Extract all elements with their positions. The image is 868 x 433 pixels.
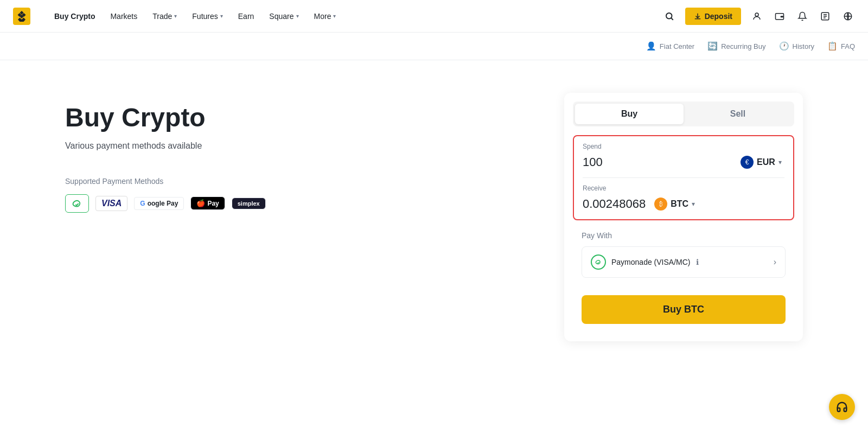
receive-currency-chevron-icon: ▾ (692, 200, 695, 208)
nav-more[interactable]: More ▾ (308, 8, 343, 25)
pay-with-section: Pay With Paymonade (VISA/MC) ℹ (573, 220, 794, 295)
trade-card: Buy Sell Spend € EUR ▾ (564, 93, 803, 341)
spend-label: Spend (583, 143, 784, 150)
wallet-icon (775, 11, 784, 21)
download-icon (694, 12, 701, 20)
paymonade-small-icon (595, 258, 602, 266)
nav-futures[interactable]: Futures ▾ (186, 8, 229, 25)
tab-header: Buy Sell (573, 101, 794, 126)
nav-menu: Buy Crypto Markets Trade ▾ Futures ▾ Ear… (48, 8, 662, 25)
sub-nav-history[interactable]: 🕐 History (779, 39, 814, 53)
svg-line-2 (671, 18, 673, 20)
pay-method-left: Paymonade (VISA/MC) ℹ (591, 254, 699, 270)
receive-row: 0.00248068 ₿ BTC ▾ (583, 195, 784, 213)
payment-icons: VISA Google Pay 🍎 Pay simplex (65, 194, 521, 213)
square-chevron-icon: ▾ (296, 13, 299, 19)
language-button[interactable] (841, 9, 855, 23)
form-area: Spend € EUR ▾ Receive (564, 126, 803, 341)
sub-nav-faq[interactable]: 📋 FAQ (827, 39, 855, 53)
chat-button[interactable] (829, 394, 855, 420)
spend-currency-selector[interactable]: € EUR ▾ (736, 154, 786, 171)
globe-icon (843, 11, 853, 21)
payment-methods-label: Supported Payment Methods (65, 177, 521, 186)
pay-method-arrow-icon: › (774, 257, 776, 267)
pay-method-paymonade-icon (591, 254, 606, 270)
history-icon: 🕐 (779, 41, 789, 51)
buy-button[interactable]: Buy BTC (582, 295, 786, 324)
spend-currency-chevron-icon: ▾ (778, 158, 782, 166)
hero-subtitle: Various payment methods available (65, 141, 521, 151)
deposit-button[interactable]: Deposit (685, 8, 741, 25)
paymonade-svg-icon (71, 198, 83, 209)
sub-nav-recurring-buy[interactable]: 🔄 Recurring Buy (707, 39, 765, 53)
nav-buy-crypto[interactable]: Buy Crypto (48, 8, 101, 25)
pay-with-label: Pay With (582, 231, 786, 240)
nav-trade[interactable]: Trade ▾ (146, 8, 183, 25)
applepay-icon: 🍎 Pay (190, 196, 225, 210)
trade-section: Buy Sell Spend € EUR ▾ (564, 93, 803, 341)
wallet-button[interactable] (773, 9, 787, 23)
nav-earn[interactable]: Earn (232, 8, 261, 25)
faq-icon: 📋 (827, 41, 838, 51)
trade-chevron-icon: ▾ (174, 13, 177, 19)
simplex-icon: simplex (232, 198, 266, 209)
eur-icon: € (741, 156, 754, 169)
receive-currency-name: BTC (671, 199, 688, 209)
spend-input[interactable] (583, 155, 732, 169)
orders-icon (820, 11, 830, 21)
svg-point-3 (755, 13, 758, 16)
search-button[interactable] (662, 9, 676, 23)
nav-square[interactable]: Square ▾ (263, 8, 305, 25)
notifications-button[interactable] (795, 9, 809, 23)
orders-button[interactable] (818, 9, 832, 23)
paymonade-icon (65, 194, 89, 213)
logo[interactable] (13, 8, 30, 25)
nav-markets[interactable]: Markets (104, 8, 144, 25)
receive-currency-selector[interactable]: ₿ BTC ▾ (650, 195, 699, 213)
receive-label: Receive (583, 184, 784, 192)
pay-method-name: Paymonade (VISA/MC) (611, 258, 691, 266)
profile-button[interactable] (750, 9, 764, 23)
receive-value: 0.00248068 (583, 197, 646, 211)
fiat-center-icon: 👤 (646, 41, 656, 51)
headphones-icon (836, 401, 848, 413)
main-content: Buy Crypto Various payment methods avail… (0, 60, 868, 433)
svg-point-1 (666, 13, 672, 19)
spend-currency-name: EUR (757, 157, 775, 167)
search-icon (665, 11, 674, 21)
spend-receive-group: Spend € EUR ▾ Receive (573, 135, 794, 220)
pay-method-row[interactable]: Paymonade (VISA/MC) ℹ › (582, 246, 786, 278)
sell-tab[interactable]: Sell (684, 104, 792, 124)
googlepay-icon: Google Pay (134, 197, 184, 210)
spend-row: € EUR ▾ (583, 154, 784, 171)
user-icon (752, 11, 762, 21)
bell-icon (797, 11, 807, 21)
buy-tab[interactable]: Buy (575, 104, 684, 124)
visa-icon: VISA (95, 196, 127, 211)
navbar: Buy Crypto Markets Trade ▾ Futures ▾ Ear… (0, 0, 868, 33)
btc-icon: ₿ (654, 198, 667, 211)
navbar-right: Deposit (662, 8, 855, 25)
sub-navbar: 👤 Fiat Center 🔄 Recurring Buy 🕐 History … (0, 33, 868, 60)
spend-group: Spend € EUR ▾ (574, 136, 793, 177)
recurring-buy-icon: 🔄 (707, 41, 718, 51)
hero-title: Buy Crypto (65, 104, 521, 132)
binance-logo-icon (13, 8, 30, 25)
pay-method-info-icon[interactable]: ℹ (696, 258, 699, 266)
sub-nav-fiat-center[interactable]: 👤 Fiat Center (646, 39, 694, 53)
hero-section: Buy Crypto Various payment methods avail… (65, 93, 521, 213)
more-chevron-icon: ▾ (333, 13, 336, 19)
futures-chevron-icon: ▾ (220, 13, 223, 19)
receive-group: Receive 0.00248068 ₿ BTC ▾ (574, 178, 793, 219)
